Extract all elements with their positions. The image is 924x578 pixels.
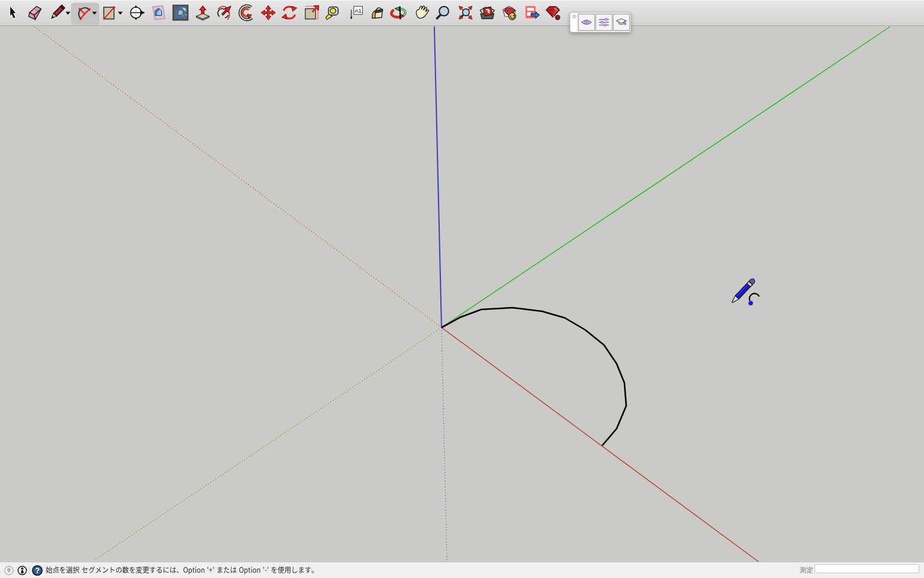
svg-text:A1: A1 — [354, 7, 362, 14]
